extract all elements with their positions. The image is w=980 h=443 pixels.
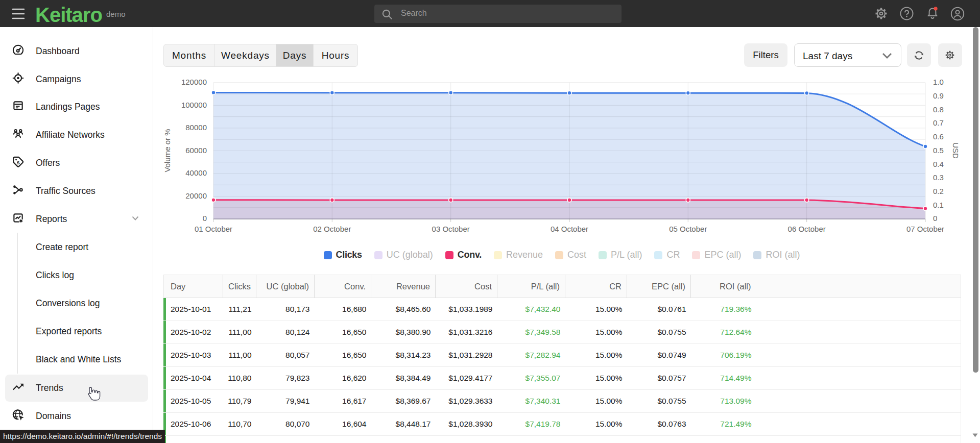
svg-text:20000: 20000 — [185, 191, 207, 200]
svg-text:Volume or %: Volume or % — [163, 129, 172, 172]
svg-text:0: 0 — [203, 214, 207, 223]
svg-text:0.6: 0.6 — [933, 132, 944, 141]
svg-text:s: s — [17, 159, 20, 165]
svg-text:0.3: 0.3 — [933, 173, 944, 182]
svg-text:0.7: 0.7 — [933, 118, 944, 127]
svg-text:03 October: 03 October — [432, 225, 470, 233]
svg-text:0.5: 0.5 — [933, 146, 944, 155]
svg-text:1.0: 1.0 — [933, 78, 944, 86]
svg-text:100000: 100000 — [181, 101, 207, 109]
svg-text:0.2: 0.2 — [933, 187, 944, 195]
svg-text:02 October: 02 October — [313, 225, 351, 233]
svg-text:80000: 80000 — [185, 123, 207, 132]
svg-text:07 October: 07 October — [906, 225, 944, 233]
svg-text:USD: USD — [951, 142, 960, 159]
svg-text:01 October: 01 October — [195, 225, 232, 233]
svg-text:04 October: 04 October — [551, 225, 588, 233]
svg-text:120000: 120000 — [181, 78, 207, 86]
svg-text:40000: 40000 — [185, 168, 207, 177]
svg-text:05 October: 05 October — [669, 225, 707, 233]
svg-text:0.1: 0.1 — [933, 201, 944, 209]
svg-text:06 October: 06 October — [788, 225, 826, 233]
svg-text:0: 0 — [933, 214, 937, 223]
svg-text:0.4: 0.4 — [933, 160, 944, 168]
svg-text:0.8: 0.8 — [933, 105, 944, 114]
svg-text:0.9: 0.9 — [933, 91, 944, 100]
svg-text:60000: 60000 — [185, 146, 207, 155]
